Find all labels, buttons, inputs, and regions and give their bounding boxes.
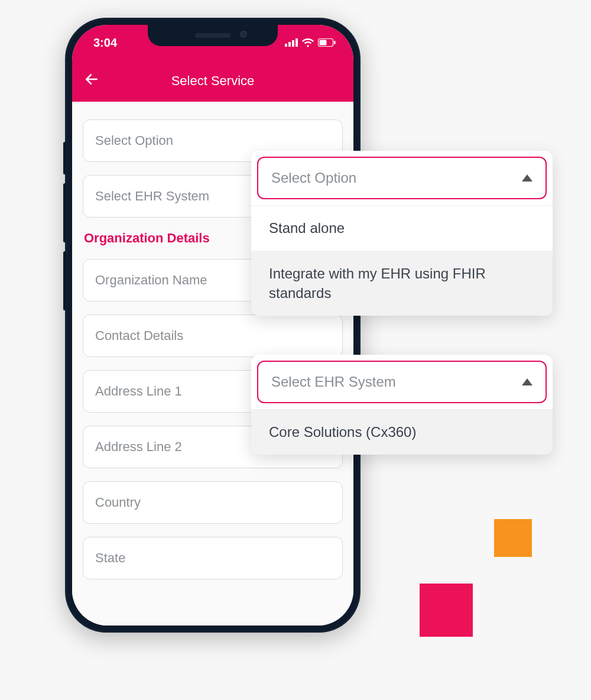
select-ehr-item-core-solutions[interactable]: Core Solutions (Cx360) — [251, 409, 553, 455]
phone-side-button — [63, 142, 66, 174]
select-option-trigger[interactable]: Select Option — [257, 157, 547, 199]
status-time: 3:04 — [93, 36, 117, 50]
caret-up-icon — [522, 174, 532, 182]
contact-details-input[interactable]: Contact Details — [83, 315, 343, 357]
select-ehr-dropdown-panel: Select EHR System Core Solutions (Cx360) — [251, 355, 553, 455]
svg-rect-1 — [288, 42, 291, 47]
svg-rect-0 — [285, 44, 287, 47]
wifi-icon — [301, 38, 314, 47]
speaker-grill — [195, 33, 230, 38]
front-camera-icon — [240, 31, 247, 38]
select-ehr-trigger[interactable]: Select EHR System — [257, 361, 547, 403]
status-icons — [285, 38, 336, 47]
phone-notch — [148, 25, 278, 46]
battery-icon — [318, 38, 336, 47]
phone-frame: 3:04 Select Service Select Option Select… — [65, 18, 361, 633]
phone-screen: 3:04 Select Service Select Option Select… — [72, 25, 353, 626]
app-header: Select Service — [72, 60, 353, 102]
back-arrow-icon[interactable] — [84, 72, 106, 91]
svg-rect-5 — [320, 40, 327, 46]
svg-rect-2 — [292, 40, 294, 47]
select-option-label: Select Option — [271, 170, 356, 186]
select-ehr-label: Select EHR System — [271, 374, 396, 390]
select-option-item-stand-alone[interactable]: Stand alone — [251, 205, 553, 251]
state-input[interactable]: State — [83, 537, 343, 579]
select-option-dropdown-panel: Select Option Stand alone Integrate with… — [251, 151, 553, 316]
country-input[interactable]: Country — [83, 481, 343, 524]
decorative-square-orange — [494, 519, 532, 557]
caret-up-icon — [522, 378, 532, 385]
cellular-icon — [285, 38, 298, 47]
svg-rect-6 — [334, 41, 336, 44]
page-title: Select Service — [106, 73, 342, 89]
svg-rect-3 — [296, 38, 298, 47]
phone-side-button — [63, 251, 66, 310]
decorative-square-magenta — [420, 584, 473, 637]
select-option-item-integrate-fhir[interactable]: Integrate with my EHR using FHIR standar… — [251, 251, 553, 316]
phone-side-button — [63, 183, 66, 242]
